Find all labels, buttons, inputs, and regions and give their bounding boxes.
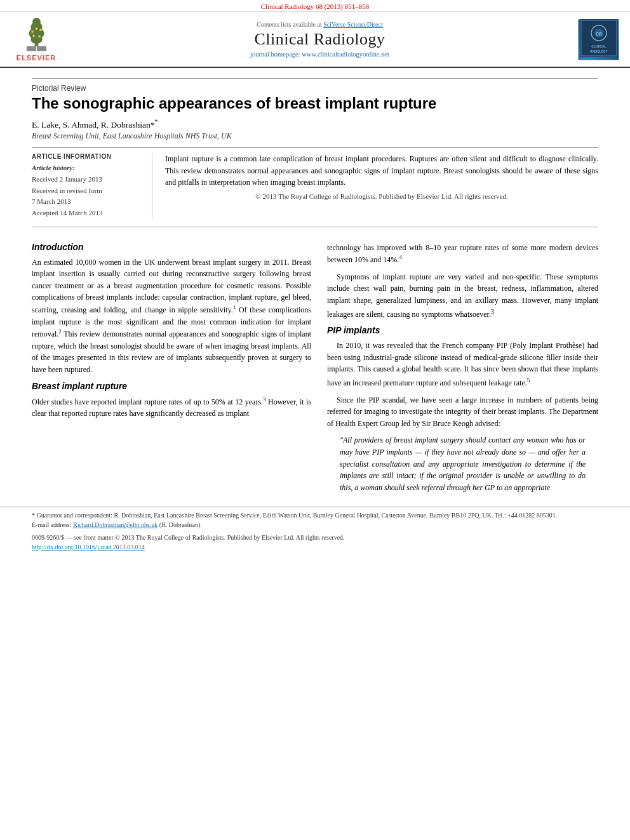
footnote-star: * Guarantor and correspondent: R. Dobras…: [32, 510, 598, 520]
logo-box: CR CLINICAL RADIOLOGY: [578, 19, 619, 60]
authors-text: E. Lake, S. Ahmad, R. Dobrashian*: [32, 119, 154, 129]
right-column: technology has improved with 8–10 year r…: [327, 242, 598, 498]
received-date: Received 2 January 2013: [32, 174, 142, 185]
svg-text:RADIOLOGY: RADIOLOGY: [590, 50, 607, 53]
affiliation: Breast Screening Unit, East Lancashire H…: [32, 131, 598, 141]
pip-title: PIP implants: [327, 325, 598, 335]
introduction-p1: An estimated 10,000 women in the UK unde…: [32, 257, 311, 376]
breast-rupture-title: Breast implant rupture: [32, 381, 311, 391]
article-divider: [32, 147, 598, 148]
footnote-section: * Guarantor and correspondent: R. Dobras…: [0, 507, 630, 530]
homepage-url[interactable]: www.clinicalradiologyonline.net: [302, 51, 389, 58]
article-info-grid: ARTICLE INFORMATION Article history: Rec…: [32, 153, 598, 218]
accepted-date: Accepted 14 March 2013: [32, 208, 142, 219]
elsevier-tree-icon: [16, 17, 57, 52]
issn-text: 0009-9260/$ — see front matter © 2013 Th…: [32, 533, 598, 542]
article-info-label: ARTICLE INFORMATION: [32, 153, 142, 160]
svg-text:CR: CR: [595, 32, 601, 36]
journal-title: Clinical Radiology: [254, 30, 385, 49]
left-column: Introduction An estimated 10,000 women i…: [32, 242, 311, 498]
svg-point-6: [39, 29, 42, 31]
breast-rupture-p1: Older studies have reported implant rupt…: [32, 396, 311, 420]
footnote-email: E-mail address: Richard.Dobrashian@elht.…: [32, 520, 598, 530]
sciverse-bar: Contents lists available at SciVerse Sci…: [257, 21, 383, 28]
svg-point-7: [35, 28, 37, 30]
svg-text:CLINICAL: CLINICAL: [591, 44, 606, 48]
svg-point-4: [32, 18, 41, 26]
copyright-line: © 2013 The Royal College of Radiologists…: [165, 191, 598, 202]
logo-box-text: CR CLINICAL RADIOLOGY: [580, 19, 618, 59]
bottom-bar: 0009-9260/$ — see front matter © 2013 Th…: [0, 530, 630, 555]
journal-citation: Clinical Radiology 68 (2013) 851–858: [261, 3, 369, 10]
svg-point-8: [32, 35, 35, 37]
header-divider: [32, 78, 598, 79]
and-word: and: [538, 448, 549, 457]
journal-header-center: Contents lists available at SciVerse Sci…: [71, 17, 568, 62]
homepage-prefix: journal homepage:: [250, 51, 302, 58]
elsevier-label-text: ELSEVIER: [17, 54, 56, 62]
journal-homepage: journal homepage: www.clinicalradiologyo…: [250, 51, 389, 58]
pip-p1: In 2010, it was revealed that the French…: [327, 340, 598, 389]
sciverse-prefix: Contents lists available at: [257, 21, 323, 28]
article-section: Pictorial Review The sonographic appeara…: [0, 68, 630, 227]
radiology-logo: CR CLINICAL RADIOLOGY: [575, 17, 622, 62]
article-title: The sonographic appearances of breast im…: [32, 95, 598, 113]
top-bar: Clinical Radiology 68 (2013) 851–858: [0, 0, 630, 12]
article-info-left: ARTICLE INFORMATION Article history: Rec…: [32, 153, 152, 218]
right-p1: technology has improved with 8–10 year r…: [327, 242, 598, 266]
article-history-label: Article history:: [32, 164, 142, 171]
abstract-text: Implant rupture is a common late complic…: [165, 154, 598, 187]
doi-link[interactable]: http://dx.doi.org/10.1016/j.crad.2013.03…: [32, 543, 145, 550]
svg-point-9: [38, 35, 41, 37]
footnote-star-text: * Guarantor and correspondent: R. Dobras…: [32, 512, 557, 519]
introduction-title: Introduction: [32, 242, 311, 252]
revised-date: 7 March 2013: [32, 196, 142, 208]
content-divider: [32, 227, 598, 227]
blockquote: "All providers of breast implant surgery…: [340, 434, 586, 493]
pip-p2: Since the PIP scandal, we have seen a la…: [327, 394, 598, 430]
elsevier-logo: ELSEVIER: [8, 17, 65, 62]
sciverse-link[interactable]: SciVerse ScienceDirect: [323, 21, 383, 28]
article-abstract: Implant rupture is a common late complic…: [165, 153, 598, 218]
doi-text: http://dx.doi.org/10.1016/j.crad.2013.03…: [32, 542, 598, 552]
right-p2: Symptoms of implant rupture are very var…: [327, 271, 598, 320]
svg-point-5: [31, 30, 34, 33]
revised-label: Received in revised form: [32, 185, 142, 197]
authors-star: *: [154, 118, 158, 125]
authors: E. Lake, S. Ahmad, R. Dobrashian**: [32, 118, 598, 130]
email-suffix: (R. Dobrashian).: [158, 521, 201, 528]
section-type-label: Pictorial Review: [32, 84, 598, 93]
main-content: Introduction An estimated 10,000 women i…: [0, 232, 630, 498]
journal-header: ELSEVIER Contents lists available at Sci…: [0, 12, 630, 68]
email-label: E-mail address:: [32, 521, 73, 528]
email-link[interactable]: Richard.Dobrashian@elht.nhs.uk: [73, 521, 158, 528]
